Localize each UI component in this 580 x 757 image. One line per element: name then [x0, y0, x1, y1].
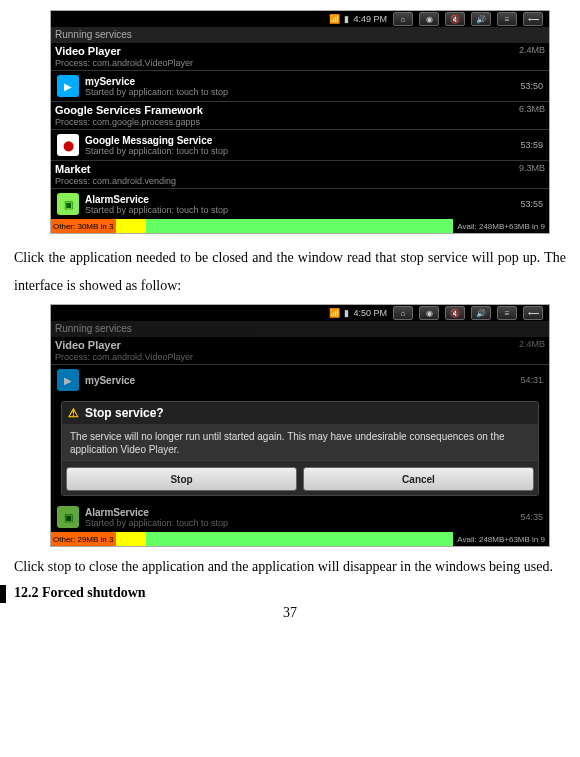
dialog-title: ⚠ Stop service?	[62, 402, 538, 424]
footer-left-label: Other:	[53, 222, 75, 231]
stop-service-dialog: ⚠ Stop service? The service will no long…	[61, 401, 539, 496]
cancel-button[interactable]: Cancel	[303, 467, 534, 491]
back-icon[interactable]: ⟵	[523, 306, 543, 320]
clock: 4:49 PM	[353, 14, 387, 24]
service-subtitle: Started by application: touch to stop	[85, 518, 514, 528]
app-size: 2.4MB	[519, 339, 545, 349]
screen-title: Running services	[51, 27, 549, 43]
stop-button[interactable]: Stop	[66, 467, 297, 491]
app-process: Process: com.android.VideoPlayer	[51, 58, 549, 70]
app-process: Process: com.google.process.gapps	[51, 117, 549, 129]
service-time: 54:31	[520, 375, 543, 385]
app-name: Google Services Framework	[55, 104, 203, 116]
service-name: myService	[85, 375, 514, 386]
screen-title: Running services	[51, 321, 549, 337]
service-name: AlarmService	[85, 194, 514, 205]
vol-up-icon[interactable]: 🔊	[471, 306, 491, 320]
screenshot-running-services: 📶 ▮ 4:49 PM ⌂ ◉ 🔇 🔊 ≡ ⟵ Running services…	[50, 10, 550, 234]
footer-left-value: 30MB in 3	[77, 222, 113, 231]
footer-avail: Avail: 248MB+63MB in 9	[453, 219, 549, 233]
home-icon[interactable]: ⌂	[393, 12, 413, 26]
home-icon[interactable]: ⌂	[393, 306, 413, 320]
battery-icon: ▮	[344, 14, 349, 24]
service-icon: ▣	[57, 193, 79, 215]
service-row[interactable]: ⬤ Google Messaging Service Started by ap…	[51, 130, 549, 160]
wifi-icon: 📶	[329, 14, 340, 24]
wifi-icon: 📶	[329, 308, 340, 318]
service-subtitle: Started by application: touch to stop	[85, 205, 514, 215]
app-process: Process: com.android.VideoPlayer	[51, 352, 549, 364]
service-time: 54:35	[520, 512, 543, 522]
footer-avail: Avail: 248MB+63MB in 9	[453, 532, 549, 546]
menu-icon[interactable]: ≡	[497, 12, 517, 26]
service-icon: ▣	[57, 506, 79, 528]
app-name: Market	[55, 163, 90, 175]
status-bar: 📶 ▮ 4:50 PM ⌂ ◉ 🔇 🔊 ≡ ⟵	[51, 305, 549, 321]
service-name: myService	[85, 76, 514, 87]
service-row: ▶ myService 54:31	[51, 365, 549, 395]
app-name: Video Player	[55, 45, 121, 57]
status-bar: 📶 ▮ 4:49 PM ⌂ ◉ 🔇 🔊 ≡ ⟵	[51, 11, 549, 27]
app-header: Market 9.3MB	[51, 161, 549, 176]
section-heading: 12.2 Forced shutdown	[14, 585, 566, 601]
doc-paragraph: Click the application needed to be close…	[14, 244, 566, 300]
service-row[interactable]: ▣ AlarmService Started by application: t…	[51, 189, 549, 219]
service-time: 53:59	[520, 140, 543, 150]
screenshot-stop-dialog: 📶 ▮ 4:50 PM ⌂ ◉ 🔇 🔊 ≡ ⟵ Running services…	[50, 304, 550, 547]
service-time: 53:55	[520, 199, 543, 209]
dialog-title-text: Stop service?	[85, 406, 164, 420]
vol-down-icon[interactable]: 🔇	[445, 12, 465, 26]
page-number: 37	[0, 605, 580, 621]
memory-footer: Other: 30MB in 3 Avail: 248MB+63MB in 9	[51, 219, 549, 233]
heading-marker	[0, 585, 6, 603]
memory-footer: Other: 29MB in 3 Avail: 248MB+63MB in 9	[51, 532, 549, 546]
service-subtitle: Started by application: touch to stop	[85, 146, 514, 156]
vol-up-icon[interactable]: 🔊	[471, 12, 491, 26]
menu-icon[interactable]: ≡	[497, 306, 517, 320]
camera-icon[interactable]: ◉	[419, 12, 439, 26]
app-size: 9.3MB	[519, 163, 545, 173]
back-icon[interactable]: ⟵	[523, 12, 543, 26]
vol-down-icon[interactable]: 🔇	[445, 306, 465, 320]
app-header: Video Player 2.4MB	[51, 337, 549, 352]
app-process: Process: com.android.vending	[51, 176, 549, 188]
service-name: AlarmService	[85, 507, 514, 518]
service-row: ▣ AlarmService Started by application: t…	[51, 502, 549, 532]
app-size: 2.4MB	[519, 45, 545, 55]
service-icon: ▶	[57, 75, 79, 97]
service-subtitle: Started by application: touch to stop	[85, 87, 514, 97]
app-name: Video Player	[55, 339, 121, 351]
doc-paragraph: Click stop to close the application and …	[14, 553, 566, 581]
warning-icon: ⚠	[68, 406, 79, 420]
dialog-body: The service will no longer run until sta…	[62, 424, 538, 462]
service-row[interactable]: ▶ myService Started by application: touc…	[51, 71, 549, 101]
clock: 4:50 PM	[353, 308, 387, 318]
app-header: Video Player 2.4MB	[51, 43, 549, 58]
app-size: 6.3MB	[519, 104, 545, 114]
service-name: Google Messaging Service	[85, 135, 514, 146]
battery-icon: ▮	[344, 308, 349, 318]
app-header: Google Services Framework 6.3MB	[51, 102, 549, 117]
service-icon: ▶	[57, 369, 79, 391]
service-icon: ⬤	[57, 134, 79, 156]
service-time: 53:50	[520, 81, 543, 91]
footer-left-value: 29MB in 3	[77, 535, 113, 544]
footer-left-label: Other:	[53, 535, 75, 544]
camera-icon[interactable]: ◉	[419, 306, 439, 320]
